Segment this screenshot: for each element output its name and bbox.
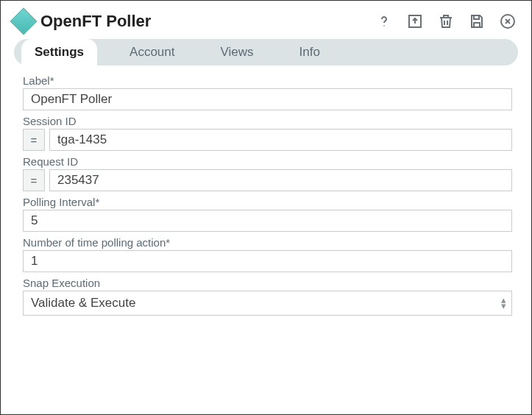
trash-icon [437, 13, 455, 30]
session-id-label: Session ID [23, 115, 512, 127]
svg-point-0 [383, 25, 385, 26]
dialog-title: OpenFT Poller [40, 12, 151, 31]
tab-account[interactable]: Account [116, 39, 188, 65]
tab-settings[interactable]: Settings [21, 39, 97, 65]
label-label: Label* [23, 74, 512, 87]
snap-execution-label: Snap Execution [23, 277, 512, 289]
export-icon [406, 13, 424, 30]
tab-info[interactable]: Info [286, 39, 333, 65]
session-id-input[interactable] [49, 129, 512, 151]
poll-count-input[interactable] [23, 250, 512, 272]
settings-form: Label* Session ID = Request ID = Polling… [11, 65, 521, 316]
dialog-header: OpenFT Poller [11, 8, 521, 39]
save-icon [468, 13, 486, 30]
tab-views[interactable]: Views [208, 39, 267, 65]
request-id-input[interactable] [49, 169, 512, 191]
delete-button[interactable] [436, 11, 456, 32]
snap-logo-icon [10, 8, 38, 35]
close-button[interactable] [497, 11, 518, 32]
session-id-expression-button[interactable]: = [23, 129, 45, 151]
poll-count-label: Number of time polling action* [23, 236, 512, 249]
snap-execution-select[interactable] [23, 291, 512, 316]
polling-interval-input[interactable] [23, 210, 512, 232]
label-input[interactable] [23, 88, 512, 110]
polling-interval-label: Polling Interval* [23, 196, 512, 208]
help-button[interactable] [374, 11, 394, 32]
tab-bar: Settings Account Views Info [14, 39, 518, 65]
help-icon [375, 13, 393, 30]
export-button[interactable] [405, 11, 425, 32]
save-button[interactable] [467, 11, 487, 32]
request-id-expression-button[interactable]: = [23, 169, 45, 191]
request-id-label: Request ID [23, 155, 512, 168]
close-icon [499, 13, 517, 30]
